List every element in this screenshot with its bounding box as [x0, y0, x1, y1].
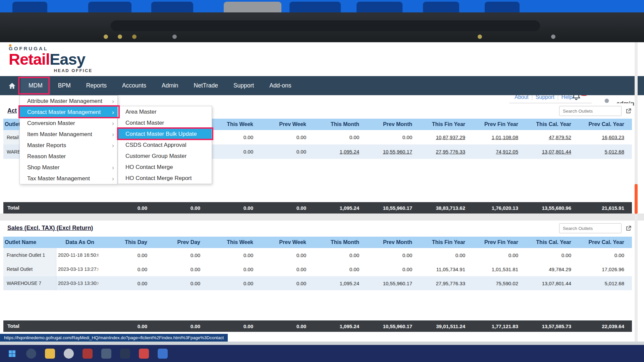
- cell-prev-month[interactable]: 10,55,960.17: [363, 149, 416, 155]
- total-label: Total: [3, 205, 98, 211]
- open-in-new-icon[interactable]: [625, 107, 632, 115]
- cell-this-week: 0.00: [204, 149, 257, 155]
- menu-item-contact-master-management[interactable]: Contact Master Management ›: [20, 107, 117, 118]
- section1-title[interactable]: Act: [7, 107, 17, 114]
- cell-this-month: 0.00: [310, 266, 363, 272]
- status-url-bar: https://hqonlinedemo.gofrugal.com/RayMed…: [0, 334, 228, 342]
- cell-prev-week: 0.00: [257, 266, 310, 272]
- cell-this-month[interactable]: 1,095.24: [310, 149, 363, 155]
- nav-item-accounts[interactable]: Accounts: [114, 76, 154, 95]
- section2-title[interactable]: Sales (Excl. TAX) (Excl Return): [7, 225, 93, 232]
- submenu-item-customer-group-master[interactable]: Customer Group Master: [118, 150, 212, 162]
- submenu-item-contact-master-bulk-update[interactable]: Contact Master Bulk Update: [118, 128, 212, 139]
- scrollbar-thumb[interactable]: [635, 184, 638, 214]
- nav-item-reports[interactable]: Reports: [78, 76, 114, 95]
- taskbar-icon-app-dark[interactable]: [120, 349, 130, 359]
- cell-this-fin-year: 27,95,776.33: [416, 281, 469, 286]
- submenu-item-ho-contact-merge[interactable]: HO Contact Merge: [118, 162, 212, 173]
- section2-search-outlets-input[interactable]: [559, 223, 622, 233]
- total-this-week: 0.00: [204, 205, 257, 211]
- nav-item-add-ons[interactable]: Add-ons: [262, 76, 299, 95]
- cell-this-week: 0.00: [204, 281, 257, 286]
- menu-item-reason-master[interactable]: Reason Master: [20, 151, 117, 162]
- submenu-item-ho-contact-merge-report[interactable]: HO Contact Merge Report: [118, 173, 212, 184]
- browser-tab[interactable]: [423, 2, 459, 12]
- taskbar-icon-search[interactable]: [26, 349, 36, 359]
- menu-item-conversion-master[interactable]: Conversion Master ›: [20, 118, 117, 129]
- taskbar-icon-browser[interactable]: [64, 349, 74, 359]
- submenu-item-csds-contact-approval[interactable]: CSDS Contact Approval: [118, 139, 212, 150]
- total-prev-cal-year: 21,615.91: [575, 205, 628, 211]
- menu-item-attribute-master-management[interactable]: Attribute Master Management ›: [20, 96, 117, 107]
- column-header-this-day: This Day: [98, 239, 151, 245]
- cell-this-cal-year[interactable]: 47,879.52: [522, 134, 575, 140]
- menu-item-shop-master[interactable]: Shop Master ›: [20, 162, 117, 173]
- table-row[interactable]: Retail Outlet 2023-03-13 13:27:00 0.00 0…: [3, 262, 632, 276]
- open-in-new-icon[interactable]: [625, 225, 632, 232]
- cell-prev-cal-year[interactable]: 16,603.23: [575, 134, 628, 140]
- column-header-prev-cal-year: Prev Cal. Year: [575, 121, 628, 127]
- nav-item-mdm[interactable]: MDM: [21, 76, 50, 95]
- total-prev-cal-year: 22,039.64: [575, 323, 628, 329]
- cell-prev-cal-year[interactable]: 5,012.68: [575, 149, 628, 155]
- submenu-item-contact-master[interactable]: Contact Master: [118, 117, 212, 128]
- cell-prev-fin-year: 75,590.02: [469, 281, 522, 286]
- taskbar-icon-app-red[interactable]: [83, 349, 93, 359]
- nav-item-support[interactable]: Support: [226, 76, 262, 95]
- cell-prev-week: 0.00: [257, 134, 310, 140]
- browser-tab-active[interactable]: [224, 2, 281, 12]
- total-this-cal-year: 13,55,680.96: [522, 205, 575, 211]
- vertical-scrollbar[interactable]: [635, 42, 638, 342]
- cell-this-week: 0.00: [204, 252, 257, 258]
- nav-item-nettrade[interactable]: NetTrade: [186, 76, 226, 95]
- cell-prev-fin-year[interactable]: 74,912.05: [469, 149, 522, 155]
- cell-prev-month: 10,55,960.17: [363, 281, 416, 286]
- cell-this-fin-year[interactable]: 27,95,776.33: [416, 149, 469, 155]
- start-button[interactable]: [7, 348, 17, 359]
- browser-tab[interactable]: [357, 2, 402, 12]
- browser-tab-strip: [0, 0, 644, 12]
- cell-prev-fin-year[interactable]: 1,01,108.08: [469, 134, 522, 140]
- table-row[interactable]: WAREHOUSE 7 2023-03-13 13:30:01 0.00 0.0…: [3, 276, 632, 290]
- brand-retaileasy: RetailEasy: [9, 51, 93, 67]
- browser-tab[interactable]: [151, 2, 193, 12]
- section1-search-outlets-input[interactable]: [559, 106, 622, 116]
- submenu-item-area-master[interactable]: Area Master: [118, 106, 212, 117]
- table2-rows: Franchise Outlet 1 2020-11-18 16:50:04 0…: [3, 248, 632, 290]
- home-button[interactable]: [3, 76, 21, 95]
- total-this-fin-year: 38,83,713.62: [416, 205, 469, 211]
- total-this-month: 1,095.24: [310, 205, 363, 211]
- column-header-this-fin-year: This Fin Year: [416, 121, 469, 127]
- column-header-this-week: This Week: [204, 239, 257, 245]
- menu-item-tax-master-management[interactable]: Tax Master Management ›: [20, 173, 117, 184]
- browser-tab[interactable]: [12, 2, 47, 12]
- column-header-this-month: This Month: [310, 121, 363, 127]
- cell-prev-cal-year: 0.00: [575, 252, 628, 258]
- menu-item-master-reports[interactable]: Master Reports ›: [20, 140, 117, 151]
- browser-tab[interactable]: [485, 2, 520, 12]
- cell-this-fin-year[interactable]: 10,87,937.29: [416, 134, 469, 140]
- taskbar-icon-app-steel[interactable]: [101, 349, 111, 359]
- nav-item-bpm[interactable]: BPM: [50, 76, 78, 95]
- screen: GOFRUGAL RetailEasy HEAD OFFICE AboutSup…: [0, 0, 644, 362]
- table-row[interactable]: Franchise Outlet 1 2020-11-18 16:50:04 0…: [3, 248, 632, 262]
- menu-item-item-master-management[interactable]: Item Master Management ›: [20, 129, 117, 140]
- column-header-this-fin-year: This Fin Year: [416, 239, 469, 245]
- cell-this-cal-year[interactable]: 13,07,801.44: [522, 149, 575, 155]
- taskbar-icon-media-red[interactable]: [139, 349, 149, 359]
- total-prev-week: 0.00: [257, 205, 310, 211]
- total-this-month: 1,095.24: [310, 323, 363, 329]
- total-this-fin-year: 39,01,511.24: [416, 323, 469, 329]
- cell-prev-day: 0.00: [151, 281, 204, 286]
- cell-this-month: 0.00: [310, 252, 363, 258]
- taskbar-icon-app-blue[interactable]: [158, 349, 168, 359]
- browser-tab[interactable]: [88, 2, 131, 12]
- total-label: Total: [3, 323, 98, 329]
- cell-this-fin-year: 0.00: [416, 252, 469, 258]
- column-header-prev-month: Prev Month: [363, 121, 416, 127]
- taskbar-icon-folder[interactable]: [45, 349, 55, 359]
- total-prev-fin-year: 1,76,020.13: [469, 205, 522, 211]
- browser-tab[interactable]: [289, 2, 341, 12]
- nav-item-admin[interactable]: Admin: [154, 76, 186, 95]
- browser-toolbar: [0, 12, 644, 42]
